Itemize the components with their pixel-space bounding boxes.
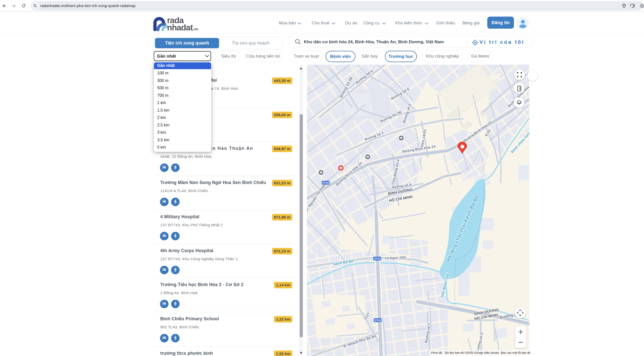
- svg-text:nhadat.vn: nhadat.vn: [167, 23, 198, 31]
- svg-text:DT43: DT43: [375, 319, 381, 322]
- svg-text:DT43: DT43: [374, 257, 381, 260]
- svg-text:DT43: DT43: [323, 181, 329, 184]
